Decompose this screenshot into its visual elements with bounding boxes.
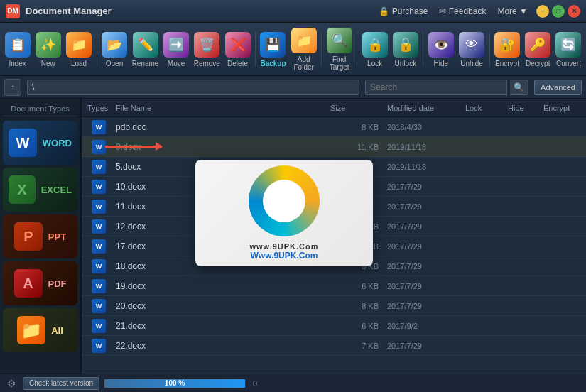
sidebar-item-all[interactable]: 📁All [3,308,77,352]
index-label: Index [9,60,26,67]
sidebar-item-word[interactable]: WWORD [3,121,77,165]
progress-bar-fill [104,379,245,388]
window-controls: – □ ✕ [536,5,580,18]
unlock-label: Unlock [395,60,417,67]
sidebar-item-excel[interactable]: XEXCEL [3,168,77,212]
all-type-icon: 📁 [17,316,45,344]
file-date-cell: 2019/11/18 [384,163,462,171]
word-file-icon: W [92,259,106,273]
word-file-icon: W [92,279,106,293]
table-row[interactable]: W19.docx6 KB2017/7/29 [82,276,586,296]
file-date-cell: 2017/7/29 [384,222,462,231]
table-row[interactable]: W21.docx6 KB2017/9/2 [82,316,586,336]
menu-items: 🔒 Purchase ✉ Feedback More ▼ [379,6,528,16]
check-version-button[interactable]: Check latest version [23,377,99,390]
status-bar: ⚙ Check latest version 100 % 0 [0,374,586,392]
remove-icon: 🗑️ [194,32,219,58]
toolbar-btn-index[interactable]: 📋Index [3,25,32,73]
table-row[interactable]: W20.docx8 KB2017/7/29 [82,296,586,316]
sidebar-title: Document Types [3,103,77,116]
table-header-cell: Types [85,104,113,112]
feedback-menu[interactable]: ✉ Feedback [439,6,486,16]
file-date-cell: 2017/7/29 [384,282,462,290]
delete-label: Delete [227,60,248,67]
toolbar-separator [97,31,97,67]
toolbar-btn-decrypt[interactable]: 🔑Decrypt [523,25,553,73]
toolbar-btn-encrypt[interactable]: 🔐Encrypt [492,25,521,73]
minimize-button[interactable]: – [536,5,549,18]
gear-icon[interactable]: ⚙ [4,376,18,391]
progress-bar-background [104,379,246,388]
toolbar-btn-move[interactable]: ➡️Move [161,25,190,73]
sidebar-item-pdf[interactable]: APDF [3,261,77,305]
load-icon: 📁 [66,32,92,58]
toolbar-btn-addfolder[interactable]: 📁Add Folder [289,25,318,73]
unhide-label: Unhide [460,60,483,67]
file-size-cell: 8 KB [327,123,384,131]
toolbar-btn-convert[interactable]: 🔄Convert [554,25,583,73]
path-input[interactable] [27,80,359,95]
findtarget-icon: 🔍 [327,28,352,53]
open-icon: 📂 [102,32,127,58]
unlock-icon: 🔓 [393,32,418,58]
nav-bar: ↑ 🔍 Advanced [0,76,586,99]
toolbar-btn-backup[interactable]: 💾Backup [259,25,288,73]
word-file-icon: W [92,319,106,333]
up-button[interactable]: ↑ [4,79,21,96]
hide-icon: 👁️ [428,32,454,58]
more-menu[interactable]: More ▼ [497,6,528,16]
file-type-cell: W [85,120,113,134]
advanced-button[interactable]: Advanced [534,80,582,95]
word-file-icon: W [92,160,106,174]
toolbar-btn-unlock[interactable]: 🔓Unlock [391,25,420,73]
toolbar-separator [423,31,423,67]
file-date-cell: 2017/7/29 [384,342,462,350]
word-file-icon: W [92,180,106,194]
file-size-cell: 7 KB [327,342,384,350]
search-input[interactable] [365,80,507,95]
watermark-text-top: www.9UPK.Com [249,242,318,251]
open-label: Open [106,60,123,67]
file-type-cell: W [85,259,113,273]
toolbar-separator [357,31,357,67]
backup-label: Backup [260,60,286,67]
file-type-cell: W [85,200,113,214]
search-button[interactable]: 🔍 [510,80,528,95]
file-type-cell: W [85,279,113,293]
table-row[interactable]: W22.docx7 KB2017/7/29 [82,336,586,356]
toolbar-btn-rename[interactable]: ✏️Rename [131,25,161,73]
toolbar-btn-hide[interactable]: 👁️Hide [426,25,455,73]
table-header-cell: Size [327,104,384,112]
progress-container: 100 % [104,377,246,390]
toolbar-btn-findtarget[interactable]: 🔍Find Target [325,25,354,73]
toolbar-separator [321,31,322,67]
pdf-type-label: PDF [48,278,67,289]
file-date-cell: 2017/7/29 [384,262,462,271]
toolbar-btn-delete[interactable]: ❌Delete [223,25,252,73]
toolbar-btn-remove[interactable]: 🗑️Remove [192,25,222,73]
toolbar-btn-lock[interactable]: 🔒Lock [360,25,389,73]
file-table-header: TypesFile NameSizeModified dateLockHideE… [82,99,586,117]
table-header-cell: File Name [113,104,327,112]
close-button[interactable]: ✕ [568,5,580,18]
ppt-type-icon: P [14,222,43,251]
toolbar-btn-load[interactable]: 📁Load [64,25,93,73]
word-file-icon: W [92,120,106,134]
toolbar-btn-open[interactable]: 📂Open [99,25,129,73]
file-date-cell: 2017/7/29 [384,202,462,211]
toolbar-btn-unhide[interactable]: 👁Unhide [457,25,486,73]
purchase-menu[interactable]: 🔒 Purchase [379,6,428,16]
encrypt-label: Encrypt [495,60,519,67]
file-name-cell: 20.docx [113,301,327,311]
move-label: Move [168,60,185,67]
lock-label: Lock [367,60,382,67]
word-file-icon: W [92,339,106,353]
toolbar-btn-new[interactable]: ✨New [33,25,63,73]
file-date-cell: 2017/7/29 [384,242,462,251]
maximize-button[interactable]: □ [552,5,565,18]
delete-icon: ❌ [225,32,251,58]
sidebar-item-ppt[interactable]: PPPT [3,214,77,258]
file-size-cell: 6 KB [327,282,384,290]
table-row[interactable]: Wpdb.doc8 KB2018/4/30 [82,117,586,137]
index-icon: 📋 [5,32,31,58]
